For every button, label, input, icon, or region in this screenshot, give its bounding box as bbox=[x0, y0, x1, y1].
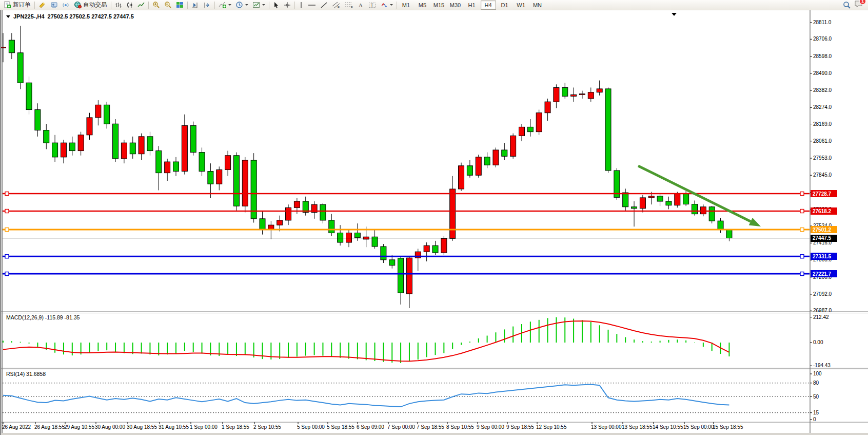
timeframe-button-MN[interactable]: MN bbox=[530, 1, 545, 10]
candle-body bbox=[726, 230, 732, 238]
rsi-axis-label: 0 bbox=[813, 417, 816, 422]
candle-body bbox=[632, 207, 637, 209]
auto-scroll-button[interactable] bbox=[189, 0, 201, 10]
wizard-button[interactable] bbox=[36, 0, 48, 10]
market-watch-button[interactable] bbox=[48, 0, 60, 10]
candle-body bbox=[173, 162, 179, 171]
trendline-tool-button[interactable] bbox=[318, 0, 330, 10]
new-order-label: 新订单 bbox=[13, 1, 31, 9]
candle-body bbox=[398, 258, 404, 293]
zoom-out-button[interactable] bbox=[162, 0, 174, 10]
line-handle[interactable] bbox=[5, 228, 9, 232]
text-tool-button[interactable]: A bbox=[356, 0, 366, 10]
indicators-button[interactable] bbox=[216, 0, 233, 10]
candle-body bbox=[605, 89, 611, 171]
autotrade-icon bbox=[74, 1, 82, 9]
time-axis-label: 5 Sep 00:00 bbox=[297, 424, 325, 430]
line-handle[interactable] bbox=[800, 272, 804, 276]
candle-body bbox=[130, 143, 135, 154]
indicators-dropdown-icon bbox=[228, 4, 231, 6]
line-chart-mode-button[interactable] bbox=[135, 0, 147, 10]
bar-chart-mode-button[interactable] bbox=[113, 0, 124, 10]
timeframe-button-M1[interactable]: M1 bbox=[399, 1, 414, 10]
rsi-axis-label: 80 bbox=[813, 380, 819, 386]
candle-body bbox=[597, 89, 602, 92]
candle-body bbox=[346, 233, 352, 242]
fibonacci-tool-button[interactable]: F bbox=[343, 0, 356, 10]
candle-body bbox=[233, 156, 239, 206]
chart-menu-triangle-icon[interactable] bbox=[6, 15, 10, 18]
time-axis-label: 13 Sep 18:55 bbox=[622, 424, 653, 430]
chart-shift-button[interactable] bbox=[201, 0, 213, 10]
candle-body bbox=[424, 245, 429, 252]
timeframe-button-H4[interactable]: H4 bbox=[481, 1, 496, 10]
candle-body bbox=[718, 221, 723, 230]
horizontal-line-icon bbox=[308, 2, 316, 9]
line-handle[interactable] bbox=[5, 255, 9, 258]
candle-body bbox=[69, 143, 75, 150]
line-handle[interactable] bbox=[800, 210, 804, 213]
arrows-tool-button[interactable] bbox=[378, 0, 395, 10]
line-handle[interactable] bbox=[800, 228, 804, 232]
price-axis-label: 27953.0 bbox=[813, 155, 832, 161]
vertical-line-icon bbox=[299, 2, 304, 9]
candle-body bbox=[484, 157, 490, 165]
toolbar-separator bbox=[34, 2, 35, 9]
rsi-axis-label: 15 bbox=[813, 410, 819, 415]
signals-icon bbox=[62, 1, 70, 9]
cursor-tool-button[interactable] bbox=[271, 0, 282, 10]
notifications-button[interactable]: 1 bbox=[854, 0, 863, 10]
price-tag-27221.7: 27221.7 bbox=[811, 270, 837, 277]
notification-badge: 1 bbox=[859, 0, 866, 5]
text-label-tool-button[interactable]: T bbox=[366, 0, 378, 10]
vertical-line-tool-button[interactable] bbox=[297, 0, 306, 10]
candle-body bbox=[389, 260, 395, 266]
timeframe-button-H1[interactable]: H1 bbox=[464, 1, 480, 10]
window-bottom-edge bbox=[1, 433, 868, 435]
line-handle[interactable] bbox=[800, 255, 804, 258]
horizontal-line-tool-button[interactable] bbox=[306, 0, 318, 10]
templates-button[interactable] bbox=[250, 0, 267, 10]
chart-shift-marker[interactable] bbox=[672, 13, 677, 16]
chart-window[interactable]: JPN225-,H4 27502.5 27502.5 27427.5 27447… bbox=[0, 10, 868, 435]
candlestick-icon bbox=[126, 2, 133, 9]
timeframe-button-M15[interactable]: M15 bbox=[431, 1, 447, 10]
line-handle[interactable] bbox=[800, 192, 804, 196]
signals-button[interactable] bbox=[60, 0, 72, 10]
candle-body bbox=[683, 194, 689, 204]
macd-axis-label: 0.00 bbox=[813, 339, 823, 345]
candle-body bbox=[467, 166, 472, 175]
autotrade-button[interactable]: 自动交易 bbox=[72, 0, 109, 10]
search-icon[interactable] bbox=[843, 1, 851, 9]
candle-body bbox=[666, 201, 672, 205]
crosshair-tool-button[interactable] bbox=[282, 0, 293, 10]
time-axis-label: 29 Aug 10:55 bbox=[64, 424, 94, 430]
chart-shift-icon bbox=[203, 2, 211, 9]
line-handle[interactable] bbox=[5, 210, 9, 213]
zoom-in-button[interactable] bbox=[150, 0, 162, 10]
zoom-in-icon bbox=[152, 1, 160, 9]
candlestick-mode-button[interactable] bbox=[124, 0, 135, 10]
candle-body bbox=[406, 258, 412, 294]
periods-button[interactable] bbox=[233, 0, 250, 10]
timeframe-button-D1[interactable]: D1 bbox=[497, 1, 512, 10]
timeframe-button-W1[interactable]: W1 bbox=[514, 1, 529, 10]
arrows-icon bbox=[380, 2, 388, 9]
candle-body bbox=[329, 220, 334, 233]
time-axis-label: 5 Sep 18:55 bbox=[327, 424, 354, 430]
time-axis-label: 14 Sep 10:55 bbox=[653, 424, 683, 430]
price-axis-label: 28706.0 bbox=[813, 36, 832, 42]
timeframe-button-M30[interactable]: M30 bbox=[448, 1, 463, 10]
rsi-axis-label: 50 bbox=[813, 394, 819, 400]
line-handle[interactable] bbox=[5, 272, 9, 276]
candle-body bbox=[579, 94, 585, 95]
candle-body bbox=[277, 220, 283, 225]
channel-tool-button[interactable]: E bbox=[330, 0, 343, 10]
candle-body bbox=[216, 169, 222, 184]
tile-windows-button[interactable] bbox=[174, 0, 186, 10]
timeframe-button-M5[interactable]: M5 bbox=[415, 1, 430, 10]
new-order-button[interactable]: 新订单 bbox=[2, 0, 33, 10]
chart-canvas[interactable] bbox=[1, 10, 868, 435]
candle-body bbox=[338, 233, 343, 242]
line-handle[interactable] bbox=[5, 192, 9, 196]
